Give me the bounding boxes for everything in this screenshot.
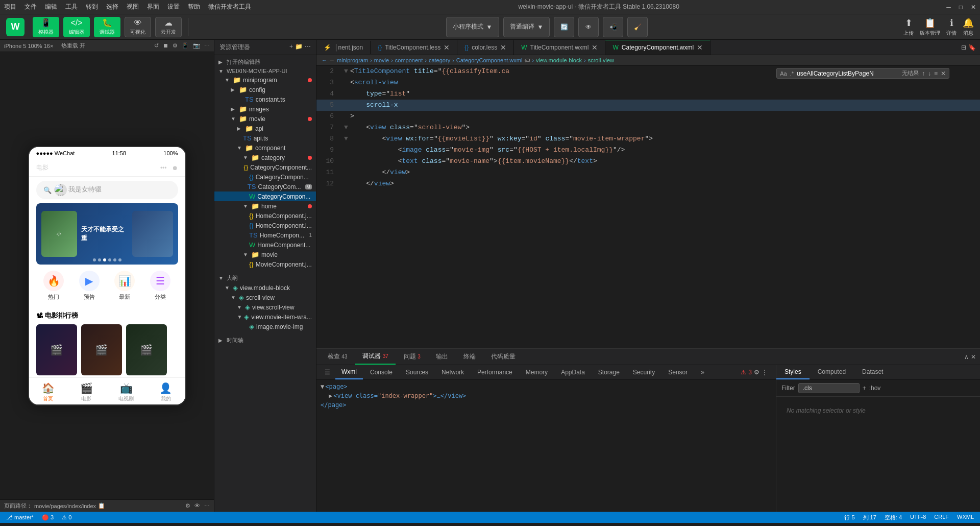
devtool-tab-appdata[interactable]: AppData [555, 366, 591, 379]
menu-item-project[interactable]: 项目 [4, 3, 16, 11]
tab-categorycomponent-wxml[interactable]: W CategoryComponent.wxml ✕ [605, 40, 710, 55]
menu-item-edit[interactable]: 编辑 [45, 3, 57, 11]
error-count[interactable]: 🔴 3 [42, 514, 54, 521]
path-settings-btn[interactable]: ⚙ [185, 503, 190, 509]
menu-item-goto[interactable]: 转到 [86, 3, 98, 11]
compile-mode[interactable]: 普通编译 ▼ [503, 17, 550, 37]
movie-thumb-2[interactable]: 🎬 [81, 324, 122, 375]
devtool-tab-storage[interactable]: Storage [592, 366, 626, 379]
category-hot[interactable]: 🔥 热门 [43, 271, 64, 301]
tab-code-quality[interactable]: 代码质量 [484, 349, 523, 364]
fold-arrow[interactable] [342, 111, 350, 122]
close-panel-btn[interactable]: ✕ [971, 353, 976, 361]
outline-scroll-view[interactable]: ▼ ◈ scroll-view [214, 293, 316, 302]
simulator-btn[interactable]: 📱 模拟器 [33, 17, 59, 37]
nav-forward-btn[interactable]: → [329, 57, 335, 63]
cloud-btn[interactable]: ☁ 云开发 [155, 17, 182, 37]
warning-count[interactable]: ⚠ 0 [62, 514, 71, 521]
file-category-wxml[interactable]: W CategoryCompon... [214, 192, 316, 201]
compile-device-btn[interactable]: ⚙ [173, 42, 178, 49]
tc-less-close[interactable]: ✕ [444, 43, 450, 52]
file-category-json[interactable]: {} CategoryComponent... [214, 162, 316, 172]
preview-icon-btn[interactable]: 👁 [578, 17, 599, 37]
breadcrumb-movie[interactable]: movie [374, 57, 389, 63]
movie-thumb-1[interactable]: 🎬 [36, 324, 77, 375]
copy-path-btn[interactable]: 📋 [98, 503, 105, 509]
outline-view-scroll-view[interactable]: ▼ ◈ view.scroll-view [214, 302, 316, 312]
outline-movie-img[interactable]: ◈ image.movie-img [214, 322, 316, 331]
menu-item-tools[interactable]: 工具 [65, 3, 78, 11]
file-movie-json[interactable]: {} MovieComponent.j... [214, 259, 316, 269]
styles-tab-dataset[interactable]: Dataset [854, 365, 891, 379]
nav-tv[interactable]: 📺 电视剧 [118, 382, 134, 402]
breadcrumb-scroll-view[interactable]: scroll-view [588, 57, 614, 63]
mode-selector[interactable]: 小程序模式 ▼ [446, 17, 499, 37]
fold-arrow[interactable] [342, 77, 350, 88]
nav-movies[interactable]: 🎬 电影 [80, 382, 93, 402]
section-timeline[interactable]: ▶ 时间轴 [214, 336, 316, 345]
color-less-close[interactable]: ✕ [500, 43, 506, 52]
file-constant-ts[interactable]: TS constant.ts [214, 94, 316, 104]
line-indicator[interactable]: 行 5 [844, 514, 854, 521]
nav-back-btn[interactable]: ← [322, 57, 327, 63]
file-home-less[interactable]: {} HomeComponent.l... [214, 221, 316, 230]
file-home-json[interactable]: {} HomeComponent.j... [214, 211, 316, 221]
nav-profile[interactable]: 👤 我的 [159, 382, 172, 402]
breadcrumb-miniprogram[interactable]: miniprogram [337, 57, 368, 63]
menu-item-view[interactable]: 视图 [127, 3, 139, 11]
window-minimize[interactable]: ─ [946, 4, 951, 11]
tab-terminal[interactable]: 终端 [456, 349, 483, 364]
search-close-btn[interactable]: ✕ [941, 70, 946, 77]
devtool-tab-more[interactable]: » [695, 366, 710, 379]
menu-item-wechat[interactable]: 微信开发者工具 [208, 3, 251, 11]
devtool-tab-security[interactable]: Security [627, 366, 661, 379]
split-editor-btn[interactable]: ⊟ [961, 44, 966, 51]
fold-arrow[interactable] [342, 100, 350, 111]
devtool-tab-sensor[interactable]: Sensor [662, 366, 694, 379]
window-maximize[interactable]: □ [959, 4, 963, 11]
screenshot-btn[interactable]: 📷 [193, 42, 200, 49]
folder-miniprogram[interactable]: ▼ 📁 miniprogram [214, 75, 316, 85]
folder-api[interactable]: ▶ 📁 api [214, 124, 316, 133]
tab-debugger[interactable]: 调试器 37 [355, 349, 395, 365]
tab-titlecomponent-wxml[interactable]: W TitleComponent.wxml ✕ [514, 40, 605, 55]
devtool-tab-console[interactable]: Console [364, 366, 399, 379]
devtool-tab-performance[interactable]: Performance [471, 366, 519, 379]
fold-arrow[interactable]: ▼ [342, 66, 350, 77]
menu-item-interface[interactable]: 界面 [147, 3, 159, 11]
nav-home[interactable]: 🏠 首页 [42, 382, 55, 402]
folder-category[interactable]: ▼ 📁 category [214, 153, 316, 162]
bookmark-btn[interactable]: 🔖 [968, 44, 976, 51]
breadcrumb-component[interactable]: component [395, 57, 423, 63]
tc-wxml-close[interactable]: ✕ [592, 43, 598, 52]
devtools-menu-icon[interactable]: ☰ [321, 366, 334, 379]
file-api-ts[interactable]: TS api.ts [214, 133, 316, 143]
rotate-btn[interactable]: 📱 [182, 42, 189, 49]
language-indicator[interactable]: WXML [957, 514, 974, 521]
xml-view-row[interactable]: ▶ <view class="index-wrapper">…</view> [316, 391, 776, 400]
path-eye-btn[interactable]: 👁 [194, 503, 200, 509]
clear-cache-btn[interactable]: 🧹 [627, 17, 648, 37]
category-new[interactable]: 📊 最新 [114, 271, 135, 301]
folder-component[interactable]: ▼ 📁 component [214, 143, 316, 153]
more-icon[interactable]: ••• [160, 164, 167, 172]
add-class-btn[interactable]: + [863, 385, 866, 392]
tab-nent-json[interactable]: ⚡ │nent.json [316, 41, 371, 54]
file-home-wxml[interactable]: W HomeComponent... [214, 240, 316, 250]
menu-item-file[interactable]: 文件 [24, 3, 37, 11]
tab-titlecomponent-less[interactable]: {} TitleComponent.less ✕ [371, 40, 457, 55]
record-icon[interactable]: ⏺ [172, 164, 178, 172]
menu-item-settings[interactable]: 设置 [167, 3, 180, 11]
folder-images[interactable]: ▶ 📁 images [214, 104, 316, 114]
refresh-btn[interactable]: ↺ [154, 42, 159, 49]
encoding-indicator[interactable]: UTF-8 [910, 514, 926, 521]
search-prev-btn[interactable]: ↑ [922, 70, 925, 77]
upload-btn[interactable]: ⬆ 上传 [903, 17, 914, 37]
tab-color-less[interactable]: {} color.less ✕ [457, 40, 514, 55]
folder-movie[interactable]: ▼ 📁 movie [214, 114, 316, 124]
file-home-ts[interactable]: TS HomeCompon... 1 [214, 230, 316, 240]
search-next-btn[interactable]: ↓ [928, 70, 931, 77]
window-close[interactable]: ✕ [971, 4, 976, 11]
styles-filter-input[interactable] [798, 383, 860, 393]
breadcrumb-category[interactable]: category [429, 57, 450, 63]
